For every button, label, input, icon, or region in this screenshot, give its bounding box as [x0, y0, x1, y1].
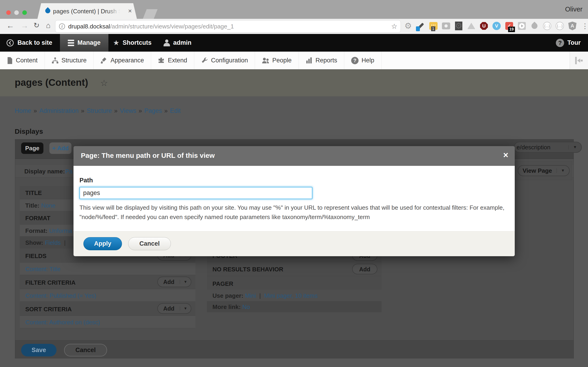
path-input[interactable]	[79, 187, 312, 199]
menu-item-content[interactable]: Content	[0, 52, 45, 69]
drupal-extension-icon[interactable]	[530, 22, 539, 30]
title-value-link[interactable]: None	[41, 202, 55, 209]
json-extension-icon-2[interactable]: {…}	[555, 22, 564, 30]
close-window-button[interactable]	[6, 10, 11, 15]
url-text[interactable]: drupal8.docksal/admin/structure/views/vi…	[68, 23, 234, 30]
sort-criteria-header: SORT CRITERIA Add▼	[20, 302, 195, 316]
breadcrumb-pages[interactable]: Pages	[144, 107, 162, 114]
breadcrumb-structure[interactable]: Structure	[86, 107, 112, 114]
chevron-down-icon[interactable]: ▼	[180, 280, 191, 284]
dialog-title: Page: The menu path or URL of this view	[81, 152, 215, 159]
displays-heading: Displays	[15, 127, 43, 135]
breadcrumb-views[interactable]: Views	[120, 107, 137, 114]
chevron-down-icon[interactable]: ▼	[569, 145, 581, 150]
menu-item-configuration[interactable]: Configuration	[194, 52, 255, 69]
home-icon[interactable]: ⌂	[46, 21, 51, 30]
chevron-down-icon[interactable]: ▼	[556, 168, 569, 173]
favorite-star-icon[interactable]: ☆	[100, 78, 108, 88]
tour-button[interactable]: ? Tour	[556, 34, 581, 52]
use-pager-link[interactable]: Mini	[245, 292, 256, 299]
shortcuts-button[interactable]: ★ Shortcuts	[113, 34, 152, 52]
video-extension-icon[interactable]	[518, 22, 526, 30]
screenshot-extension-icon[interactable]	[442, 22, 450, 30]
site-info-icon[interactable]: i	[59, 23, 65, 29]
apply-button[interactable]: Apply	[83, 237, 122, 250]
toolbar-collapse-button[interactable]	[570, 52, 588, 69]
fields-item-link[interactable]: Content: Title	[25, 266, 61, 273]
shortcuts-star-icon: ★	[113, 39, 120, 47]
format-value-link[interactable]: Unforma	[49, 227, 72, 234]
angular-extension-icon[interactable]: A	[568, 22, 577, 30]
sort-item-row: Content: Authored on (desc)	[20, 316, 195, 328]
pager-options-link[interactable]: Mini pager, 10 items	[264, 292, 318, 299]
lastpass-extension-icon[interactable]: ⋯1	[429, 22, 438, 30]
sort-add-button[interactable]: Add▼	[157, 303, 191, 314]
breadcrumb-administration[interactable]: Administration	[39, 107, 78, 114]
admin-user-button[interactable]: admin	[164, 34, 191, 52]
displays-actions-bar: Save Cancel	[15, 340, 573, 359]
address-bar[interactable]: i drupal8.docksal/admin/structure/views/…	[55, 20, 401, 33]
reload-icon[interactable]: ↻	[34, 21, 40, 30]
save-button[interactable]: Save	[21, 344, 57, 357]
dialog-body: Path This view will be displayed by visi…	[73, 166, 515, 231]
filter-add-button[interactable]: Add▼	[157, 277, 191, 287]
menu-item-reports[interactable]: Reports	[299, 52, 345, 69]
colorpicker-extension-icon[interactable]	[416, 22, 425, 30]
bookmark-star-icon[interactable]: ☆	[391, 22, 397, 30]
extension-row: ⚙ ⋯1 ⚙ U V ✓19 {…} {…} A ⋮	[404, 22, 588, 30]
sort-item-link[interactable]: Content: Authored on (desc)	[25, 319, 100, 326]
todoist-extension-icon[interactable]: ✓19	[505, 22, 514, 30]
path-description: This view will be displayed by visiting …	[79, 203, 506, 222]
show-value-link[interactable]: Fields	[45, 239, 61, 246]
browser-menu-icon[interactable]: ⋮	[581, 22, 588, 30]
dialog-header[interactable]: Page: The menu path or URL of this view …	[73, 146, 515, 166]
dialog-cancel-button[interactable]: Cancel	[128, 237, 171, 250]
display-name-value[interactable]: Pa	[65, 168, 73, 175]
view-name-description-label: e/description	[514, 144, 569, 151]
close-icon[interactable]: ×	[503, 150, 508, 160]
path-label: Path	[79, 177, 93, 184]
browser-tab[interactable]: pages (Content) | Drush Site-In ×	[37, 3, 137, 19]
reports-icon	[306, 57, 313, 64]
tour-label: Tour	[567, 39, 581, 46]
view-page-button[interactable]: View Page ▼	[518, 165, 570, 176]
breadcrumb-edit[interactable]: Edit	[170, 107, 181, 114]
chevron-down-icon[interactable]: ▼	[180, 307, 191, 311]
menu-item-people[interactable]: People	[255, 52, 299, 69]
ublock-extension-icon[interactable]: U	[480, 22, 488, 30]
zoom-window-button[interactable]	[22, 10, 27, 15]
menu-item-help[interactable]: ? Help	[344, 52, 381, 69]
menu-item-extend[interactable]: Extend	[151, 52, 194, 69]
gear-extension-icon[interactable]: ⚙	[404, 22, 413, 30]
display-name-label: Display name:	[24, 168, 65, 175]
display-tab-page[interactable]: Page	[21, 142, 43, 154]
cancel-button[interactable]: Cancel	[64, 344, 107, 357]
back-icon[interactable]: ←	[6, 21, 14, 30]
menu-item-structure[interactable]: Structure	[45, 52, 94, 69]
back-to-site-button[interactable]: Back to site	[6, 34, 52, 52]
dark-gear-extension-icon[interactable]: ⚙	[454, 22, 463, 30]
tab-title-fade	[106, 7, 122, 16]
configuration-icon	[201, 57, 208, 64]
vimeo-extension-icon[interactable]: V	[492, 22, 501, 30]
manage-menu-button[interactable]: Manage	[60, 34, 108, 52]
no-results-add-button[interactable]: Add	[352, 264, 377, 274]
json-extension-icon[interactable]: {…}	[543, 22, 552, 30]
user-icon	[164, 40, 170, 46]
drive-extension-icon[interactable]	[467, 22, 476, 30]
forward-icon: →	[21, 21, 28, 30]
minimize-window-button[interactable]	[14, 10, 19, 15]
hamburger-icon	[68, 40, 74, 46]
add-display-button[interactable]: + Add	[49, 142, 71, 154]
people-icon	[262, 57, 269, 64]
menu-item-appearance[interactable]: Appearance	[94, 52, 151, 69]
more-link-value[interactable]: No	[242, 303, 250, 310]
new-tab-button[interactable]	[143, 9, 157, 19]
no-results-section-header: NO RESULTS BEHAVIOR Add	[207, 262, 381, 276]
filter-item-link[interactable]: Content: Published (= Yes)	[25, 292, 96, 299]
drupal-admin-toolbar: Back to site Manage ★ Shortcuts admin ? …	[0, 34, 588, 52]
tab-close-icon[interactable]: ×	[128, 7, 132, 15]
view-name-description-dropdown[interactable]: e/description ▼	[514, 142, 582, 153]
browser-profile-name[interactable]: Oliver	[565, 6, 582, 13]
breadcrumb-home[interactable]: Home	[15, 107, 31, 114]
